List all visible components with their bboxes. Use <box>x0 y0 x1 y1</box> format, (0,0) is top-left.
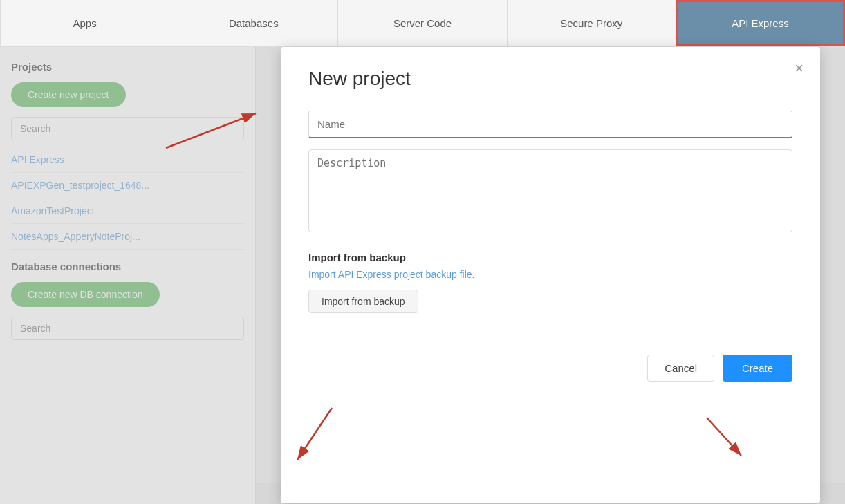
create-button[interactable]: Create <box>723 355 792 382</box>
modal-dialog: New project × Import from backup Import … <box>281 47 820 503</box>
tab-api-express[interactable]: API Express <box>676 0 845 46</box>
top-navigation: Apps Databases Server Code Secure Proxy … <box>0 0 845 47</box>
project-name-input[interactable] <box>308 111 792 138</box>
import-from-backup-button[interactable]: Import from backup <box>308 290 418 313</box>
import-section: Import from backup Import API Express pr… <box>308 252 792 313</box>
name-field-container <box>308 111 792 138</box>
tab-secure-proxy[interactable]: Secure Proxy <box>508 0 676 46</box>
new-project-modal: New project × Import from backup Import … <box>256 47 845 504</box>
modal-title: New project <box>308 68 792 90</box>
tab-server-code[interactable]: Server Code <box>338 0 507 46</box>
description-field-container <box>308 149 792 235</box>
cancel-button[interactable]: Cancel <box>647 355 714 382</box>
tab-databases[interactable]: Databases <box>169 0 338 46</box>
import-section-title: Import from backup <box>308 252 792 263</box>
modal-close-button[interactable]: × <box>795 61 804 76</box>
modal-footer: Cancel Create <box>308 355 792 389</box>
import-section-description: Import API Express project backup file. <box>308 269 792 280</box>
tab-apps[interactable]: Apps <box>0 0 169 46</box>
project-description-textarea[interactable] <box>308 149 792 232</box>
